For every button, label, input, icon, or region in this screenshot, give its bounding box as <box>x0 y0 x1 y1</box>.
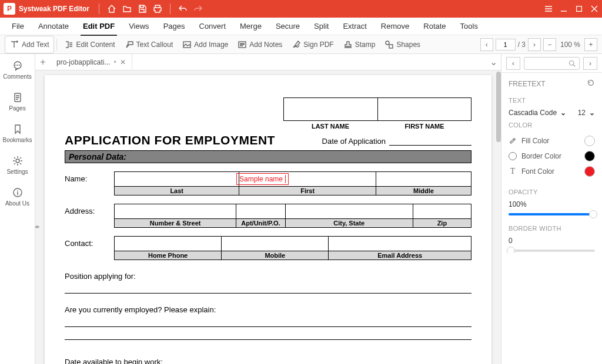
document-tab[interactable]: pro-jobapplicati... • ✕ <box>51 54 132 70</box>
sign-pdf-label: Sign PDF <box>303 41 333 49</box>
sign-pdf-icon <box>292 40 301 49</box>
svg-rect-0 <box>577 6 582 12</box>
border-width-slider-thumb[interactable] <box>507 247 515 253</box>
menu-tools[interactable]: Tools <box>453 18 485 35</box>
properties-panel: ‹ › FREETEXT TEXT Cascadia Code ⌄ 12 ⌄ <box>501 54 602 364</box>
add-notes-button[interactable]: Add Notes <box>233 36 287 53</box>
add-text-button[interactable]: Add Text <box>5 36 54 53</box>
date-of-application-label: Date of Application <box>322 137 386 146</box>
shapes-button[interactable]: Shapes <box>380 36 425 53</box>
add-image-button[interactable]: Add Image <box>178 36 233 53</box>
svg-point-9 <box>570 60 574 65</box>
border-width-slider[interactable] <box>509 250 595 252</box>
position-applying-label: Position applying for: <box>65 272 471 281</box>
menu-annotate[interactable]: Annotate <box>31 18 76 35</box>
font-size-dropdown[interactable]: 12 ⌄ <box>578 109 595 117</box>
panel-search-input[interactable] <box>524 57 580 70</box>
svg-point-3 <box>386 41 389 45</box>
font-color-row[interactable]: T Font Color <box>509 164 595 179</box>
stamp-icon <box>343 40 353 49</box>
menu-secure[interactable]: Secure <box>269 18 307 35</box>
opacity-value: 100% <box>509 200 595 208</box>
font-color-swatch[interactable] <box>584 166 595 177</box>
address-col-apt: Apt/Unit/P.O. <box>236 219 286 228</box>
name-col-last: Last <box>114 187 239 196</box>
menu-split[interactable]: Split <box>307 18 336 35</box>
freetext-annotation[interactable]: Sample name <box>236 173 289 185</box>
panel-section-color: COLOR <box>509 122 595 129</box>
address-col-street: Number & Street <box>114 219 236 228</box>
sidebar-settings[interactable]: Settings <box>0 153 35 177</box>
sidebar-about[interactable]: About Us <box>0 184 35 209</box>
menu-convert[interactable]: Convert <box>192 18 233 35</box>
sidebar-pages[interactable]: Pages <box>0 89 35 114</box>
window-close-icon[interactable] <box>587 0 602 18</box>
panel-prev-button[interactable]: ‹ <box>506 57 520 70</box>
border-color-row[interactable]: Border Color <box>509 149 595 164</box>
freetext-value: Sample name <box>239 175 283 183</box>
left-panel-expand-handle[interactable]: ◂▸ <box>35 217 40 235</box>
prev-page-button[interactable]: ‹ <box>480 38 493 51</box>
text-callout-button[interactable]: Text Callout <box>120 36 178 53</box>
next-page-button[interactable]: › <box>528 38 541 51</box>
home-icon[interactable] <box>104 0 119 18</box>
page-number-input[interactable] <box>496 39 516 50</box>
currently-employed-label: Are you currently employed? Please expla… <box>65 305 471 314</box>
vertical-scrollbar[interactable] <box>496 70 501 364</box>
border-color-label: Border Color <box>521 152 580 160</box>
menu-rotate[interactable]: Rotate <box>416 18 453 35</box>
sign-pdf-button[interactable]: Sign PDF <box>287 36 338 53</box>
contact-col-mobile: Mobile <box>222 251 329 260</box>
menu-views[interactable]: Views <box>122 18 156 35</box>
zoom-out-button[interactable]: − <box>543 38 556 51</box>
address-label: Address: <box>65 204 114 228</box>
tabs-overflow-button[interactable]: ⌄ <box>490 56 497 68</box>
font-family-dropdown[interactable]: Cascadia Code ⌄ <box>509 109 566 117</box>
address-col-zip: Zip <box>413 219 471 228</box>
window-minimize-icon[interactable] <box>556 0 571 18</box>
edit-content-label: Edit Content <box>76 41 115 49</box>
panel-next-button[interactable]: › <box>583 57 597 70</box>
hamburger-icon[interactable] <box>541 0 556 18</box>
tab-title: pro-jobapplicati... <box>56 58 110 66</box>
new-tab-button[interactable]: + <box>35 57 51 68</box>
page-navigator: ‹ / 3 › − 100 % + <box>480 38 597 51</box>
tab-close-button[interactable]: ✕ <box>120 58 126 66</box>
document-viewport[interactable]: ◂▸ LAST NAME FIRST NAME APPLICATION FOR … <box>35 70 501 364</box>
stamp-button[interactable]: Stamp <box>339 36 380 53</box>
opacity-slider[interactable] <box>509 213 595 215</box>
open-folder-icon[interactable] <box>119 0 135 18</box>
fill-color-icon <box>509 136 517 146</box>
window-maximize-icon[interactable] <box>571 0 587 18</box>
border-color-swatch[interactable] <box>584 151 595 161</box>
add-notes-label: Add Notes <box>249 41 282 49</box>
panel-reset-button[interactable] <box>587 79 595 89</box>
save-icon[interactable] <box>135 0 150 18</box>
zoom-in-button[interactable]: + <box>584 38 597 51</box>
menu-edit-pdf[interactable]: Edit PDF <box>76 18 122 35</box>
redo-icon[interactable] <box>190 0 206 18</box>
sidebar-comments[interactable]: Comments <box>0 58 35 82</box>
fill-color-swatch[interactable] <box>584 136 595 146</box>
add-text-icon <box>10 40 19 49</box>
edit-content-button[interactable]: Edit Content <box>59 36 119 53</box>
menu-file[interactable]: File <box>5 18 31 35</box>
print-icon[interactable] <box>150 0 165 18</box>
shapes-label: Shapes <box>396 41 420 49</box>
menu-merge[interactable]: Merge <box>233 18 269 35</box>
font-color-label: Font Color <box>521 167 580 176</box>
menu-pages[interactable]: Pages <box>156 18 192 35</box>
menu-extract[interactable]: Extract <box>336 18 373 35</box>
title-bar: P Systweak PDF Editor <box>0 0 602 18</box>
app-title: Systweak PDF Editor <box>19 5 89 13</box>
undo-icon[interactable] <box>175 0 190 18</box>
menu-remove[interactable]: Remove <box>374 18 416 35</box>
stamp-label: Stamp <box>355 41 376 49</box>
add-image-icon <box>182 40 192 49</box>
name-label: Name: <box>65 171 114 196</box>
opacity-slider-thumb[interactable] <box>589 210 597 218</box>
sidebar-bookmarks-label: Bookmarks <box>2 137 32 143</box>
app-logo: P <box>4 3 15 15</box>
sidebar-bookmarks[interactable]: Bookmarks <box>0 121 35 146</box>
fill-color-row[interactable]: Fill Color <box>509 133 595 149</box>
